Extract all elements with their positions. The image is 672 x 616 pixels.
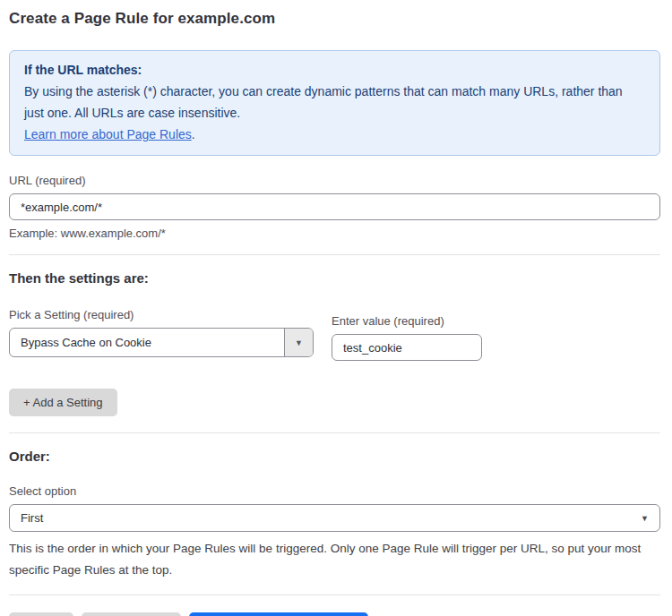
cancel-button[interactable]: Cancel bbox=[9, 612, 73, 616]
actions-row: Cancel Save as Draft Save and Deploy Pag… bbox=[9, 612, 660, 616]
setting-row: Pick a Setting (required) Bypass Cache o… bbox=[9, 308, 660, 361]
divider bbox=[9, 254, 660, 255]
setting-value-input[interactable] bbox=[332, 334, 482, 361]
order-select[interactable]: First ▼ bbox=[9, 504, 660, 532]
chevron-down-icon[interactable]: ▼ bbox=[284, 329, 313, 356]
url-match-info-box: If the URL matches: By using the asteris… bbox=[9, 50, 660, 156]
save-and-deploy-button[interactable]: Save and Deploy Page Rule bbox=[189, 612, 367, 616]
pick-setting-column: Pick a Setting (required) Bypass Cache o… bbox=[9, 308, 314, 357]
url-example-hint: Example: www.example.com/* bbox=[9, 227, 660, 240]
order-section-heading: Order: bbox=[9, 449, 660, 464]
divider bbox=[9, 595, 660, 595]
order-select-value: First bbox=[21, 511, 43, 525]
setting-select-value: Bypass Cache on Cookie bbox=[10, 329, 284, 356]
enter-value-column: Enter value (required) bbox=[332, 308, 482, 361]
link-suffix: . bbox=[192, 127, 195, 141]
chevron-down-icon: ▼ bbox=[641, 514, 649, 523]
order-hint: This is the order in which your Page Rul… bbox=[9, 538, 656, 581]
settings-section-heading: Then the settings are: bbox=[9, 270, 660, 286]
info-box-link-line: Learn more about Page Rules. bbox=[24, 124, 645, 145]
add-setting-button[interactable]: + Add a Setting bbox=[9, 389, 117, 416]
enter-value-label: Enter value (required) bbox=[332, 314, 482, 328]
url-input[interactable] bbox=[9, 193, 660, 220]
setting-select[interactable]: Bypass Cache on Cookie ▼ bbox=[9, 328, 314, 357]
order-select-label: Select option bbox=[9, 484, 660, 498]
info-box-body: By using the asterisk (*) character, you… bbox=[24, 81, 645, 124]
url-field-label: URL (required) bbox=[9, 174, 660, 187]
page-title: Create a Page Rule for example.com bbox=[9, 10, 660, 28]
info-box-heading: If the URL matches: bbox=[24, 59, 645, 81]
pick-setting-label: Pick a Setting (required) bbox=[9, 308, 314, 321]
divider bbox=[9, 432, 660, 433]
learn-more-link[interactable]: Learn more about Page Rules bbox=[24, 127, 192, 141]
create-page-rule-panel: Create a Page Rule for example.com If th… bbox=[0, 0, 672, 616]
add-setting-wrap: + Add a Setting bbox=[9, 389, 660, 416]
save-as-draft-button[interactable]: Save as Draft bbox=[82, 612, 181, 616]
